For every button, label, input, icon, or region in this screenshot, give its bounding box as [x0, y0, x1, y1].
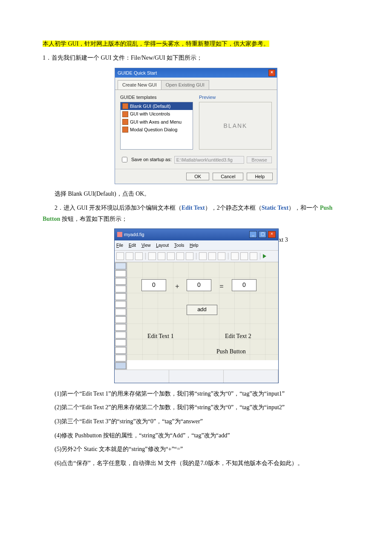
template-icon: [122, 103, 128, 109]
guide-menubar[interactable]: FFileile Edit View Layout Tools Help: [115, 240, 278, 251]
palette-select-icon[interactable]: [115, 263, 126, 269]
redo-icon[interactable]: [186, 252, 193, 260]
dialog-title: GUIDE Quick Start: [118, 70, 157, 75]
template-icon: [122, 111, 128, 117]
note-1: (1)第一个“Edit Text 1”的用来存储第一个加数，我们将“string…: [43, 388, 349, 400]
run-icon[interactable]: [263, 254, 266, 258]
edit-text-3[interactable]: 0: [232, 279, 257, 291]
note-6: (6)点击“保存”，名字任意取，自动弹出 M 文件（我的是7.0版本，不知其他版…: [43, 458, 349, 469]
save-icon[interactable]: [135, 252, 143, 260]
menu-editor-icon[interactable]: [208, 252, 216, 260]
static-eq: =: [217, 280, 226, 293]
note-5: (5)另外2个 Static 文本就是的“string”修改为“+”“=”: [43, 444, 349, 455]
note-3: (3)第三个“Edit Text 3”的“string”改为“0”，“tag”为…: [43, 416, 349, 428]
tab-create-new[interactable]: Create New GUI: [118, 80, 161, 89]
close-icon[interactable]: ×: [268, 231, 276, 238]
add-button[interactable]: add: [187, 305, 217, 315]
browse-button[interactable]: Browse: [247, 156, 272, 163]
guide-editor-window: myadd.fig _ ▢ × FFileile Edit View Layou…: [114, 228, 279, 383]
maximize-icon[interactable]: ▢: [259, 231, 266, 238]
cut-icon[interactable]: [148, 252, 156, 260]
mfile-icon[interactable]: [240, 252, 248, 260]
palette-slider-icon[interactable]: [115, 278, 126, 285]
paste-icon[interactable]: [167, 252, 175, 260]
ok-button[interactable]: OK: [186, 173, 209, 180]
note-2: (2)第二个“Edit Text 2”的用来存储第二个加数，我们将“string…: [43, 402, 349, 413]
save-on-startup-checkbox[interactable]: [122, 157, 127, 162]
ann-pb: Push Button: [216, 346, 246, 358]
template-icon: [122, 119, 128, 125]
menu-edit[interactable]: Edit: [129, 243, 136, 248]
edit-text-2[interactable]: 0: [187, 279, 211, 291]
templates-label: GUIDE templates: [120, 94, 193, 100]
save-path-input[interactable]: [174, 156, 245, 164]
menu-help[interactable]: Help: [190, 243, 199, 248]
template-blank[interactable]: Blank GUI (Default): [121, 102, 193, 110]
after-dialog: 选择 Blank GUI(Default)，点击 OK。: [43, 188, 349, 200]
edit-text-1[interactable]: 0: [141, 279, 166, 291]
guide-window-title: myadd.fig: [124, 230, 248, 239]
menu-tools[interactable]: Tools: [174, 243, 184, 248]
palette-buttongroup-icon[interactable]: [115, 362, 126, 369]
template-modal[interactable]: Modal Question Dialog: [121, 126, 193, 133]
guide-quickstart-dialog: GUIDE Quick Start × Create New GUI Open …: [115, 68, 277, 184]
save-label: Save on startup as:: [131, 156, 172, 162]
palette-radio-icon[interactable]: [115, 286, 126, 292]
guide-canvas[interactable]: 0 + 0 = 0 add: [127, 262, 278, 360]
minimize-icon[interactable]: _: [249, 231, 257, 238]
palette-panel-icon[interactable]: [115, 355, 126, 361]
menu-view[interactable]: View: [141, 243, 151, 248]
cancel-button[interactable]: Cancel: [213, 173, 243, 180]
tab-open-existing[interactable]: Open Existing GUI: [161, 80, 209, 89]
template-uicontrols[interactable]: GUI with Uicontrols: [121, 110, 193, 118]
palette-axes-icon[interactable]: [115, 347, 126, 354]
close-icon[interactable]: ×: [268, 69, 275, 76]
component-palette[interactable]: [115, 262, 127, 370]
palette-listbox-icon[interactable]: [115, 324, 126, 331]
palette-popup-icon[interactable]: [115, 316, 126, 323]
preview-label: Preview: [199, 94, 272, 100]
open-icon[interactable]: [126, 252, 133, 260]
template-icon: [122, 127, 128, 133]
static-plus: +: [173, 280, 182, 293]
palette-pushbutton-icon[interactable]: [115, 270, 126, 277]
template-axes-menu[interactable]: GUI with Axes and Menu: [121, 118, 193, 126]
step2: 2．进入 GUI 开发环境以后添加3个编辑文本框（Edit Text），2个静态…: [43, 202, 349, 225]
menu-file[interactable]: FFileile: [116, 243, 123, 248]
ann-et2: Edit Text 2: [225, 331, 251, 342]
note-4: (4)修改 Pushbutton 按钮的属性，“string”改为“Add”，“…: [43, 430, 349, 442]
intro-highlight: 本人初学 GUI，针对网上版本的混乱，学得一头雾水，特重新整理如下，供大家参考。: [43, 40, 269, 47]
templates-listbox[interactable]: Blank GUI (Default) GUI with Uicontrols …: [120, 102, 193, 150]
guide-app-icon: [117, 232, 122, 237]
undo-icon[interactable]: [176, 252, 184, 260]
toolbar-editor-icon[interactable]: [231, 252, 239, 260]
guide-toolbar: [115, 251, 278, 262]
palette-table-icon[interactable]: [115, 339, 126, 346]
step1: 1．首先我们新建一个 GUI 文件：File/New/GUI 如下图所示；: [43, 52, 349, 64]
new-icon[interactable]: [116, 252, 124, 260]
inspector-icon[interactable]: [250, 252, 257, 260]
help-button[interactable]: Help: [247, 173, 273, 180]
menu-layout[interactable]: Layout: [156, 243, 169, 248]
preview-box: BLANK: [199, 102, 272, 150]
tab-order-icon[interactable]: [218, 252, 225, 260]
palette-statictext-icon[interactable]: [115, 309, 126, 315]
palette-checkbox-icon[interactable]: [115, 293, 126, 300]
guide-statusbar: [115, 370, 278, 383]
ann-et1: Edit Text 1: [147, 331, 174, 342]
align-icon[interactable]: [199, 252, 207, 260]
copy-icon[interactable]: [158, 252, 165, 260]
palette-toggle-icon[interactable]: [115, 332, 126, 338]
palette-edittext-icon[interactable]: [115, 301, 126, 308]
